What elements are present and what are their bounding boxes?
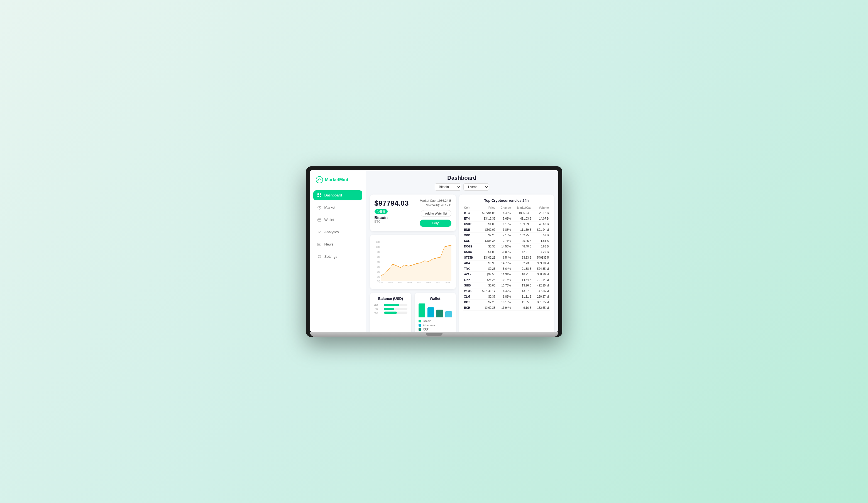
svg-text:70,000: 70,000 <box>377 261 380 263</box>
main-content: Dashboard Bitcoin Ethereum BNB XRP 1 wee… <box>366 170 558 332</box>
cell-mcap: 13.26 B <box>512 283 533 288</box>
table-row: BTC $97794.03 4.48% 1936.24 B 20.12 B <box>463 210 550 216</box>
svg-rect-1 <box>318 193 319 195</box>
cell-mcap: 90.25 B <box>512 238 533 243</box>
cell-vol: 20.12 B <box>533 210 550 216</box>
price-right: Market Cap: 1936.24 B Vol(24Hr): 20.12 B… <box>420 199 451 227</box>
cell-price: $23.26 <box>477 277 496 283</box>
cell-vol: 46.62 B <box>533 221 550 227</box>
legend-bitcoin: Bitcoin <box>418 320 452 323</box>
cell-change: -0.03% <box>497 249 512 255</box>
sidebar-item-market[interactable]: Market <box>313 203 362 213</box>
cell-vol: 969.70 M <box>533 260 550 266</box>
content-grid: $97794.03 4.48% Bitcoin BTC Market Cap: … <box>370 194 554 332</box>
svg-rect-7 <box>318 243 321 246</box>
svg-text:100,000: 100,000 <box>376 246 380 248</box>
cell-mcap: 9.16 B <box>512 305 533 310</box>
col-change: Change <box>497 205 512 210</box>
coin-name: Bitcoin <box>374 215 409 220</box>
cell-vol: 524.35 M <box>533 266 550 271</box>
svg-text:40,000: 40,000 <box>377 276 380 278</box>
sidebar-label-wallet: Wallet <box>324 218 334 222</box>
cell-change: 11.34% <box>497 271 512 277</box>
cell-price: $39.56 <box>477 271 496 277</box>
svg-rect-4 <box>320 195 321 197</box>
year-select[interactable]: 1 week 1 month 3 months 1 year All time <box>463 183 489 191</box>
sidebar-label-market: Market <box>324 205 335 210</box>
cell-change: 13.76% <box>497 283 512 288</box>
left-column: $97794.03 4.48% Bitcoin BTC Market Cap: … <box>370 194 456 332</box>
table-row: WBTC $97546.17 4.42% 13.07 B 47.86 M <box>463 288 550 294</box>
watchlist-button[interactable]: Add to Watchlist <box>421 210 451 217</box>
cell-change: 4.48% <box>497 210 512 216</box>
coin-select[interactable]: Bitcoin Ethereum BNB XRP <box>435 183 461 191</box>
main-header: Dashboard Bitcoin Ethereum BNB XRP 1 wee… <box>370 175 554 191</box>
sidebar-item-settings[interactable]: Settings <box>313 252 362 262</box>
table-row: DOT $7.26 13.15% 11.05 B 301.25 M <box>463 299 550 305</box>
analytics-icon <box>317 230 322 234</box>
price-row: $97794.03 4.48% Bitcoin BTC Market Cap: … <box>374 199 452 227</box>
table-row: BNB $669.02 3.88% 111.59 B $91.94 M <box>463 227 550 232</box>
cell-price: $1.00 <box>477 249 496 255</box>
cell-vol: $91.94 M <box>533 227 550 232</box>
svg-text:09/11/2024: 09/11/2024 <box>446 281 450 283</box>
cell-price: $97546.17 <box>477 288 496 294</box>
svg-rect-2 <box>320 193 321 195</box>
svg-text:110,000: 110,000 <box>376 241 380 243</box>
sidebar-label-news: News <box>324 242 334 247</box>
sidebar-item-analytics[interactable]: Analytics <box>313 227 362 237</box>
svg-text:09/08/2024: 09/08/2024 <box>426 281 431 283</box>
cell-price: $3402.21 <box>477 255 496 260</box>
buy-button[interactable]: Buy <box>420 220 451 227</box>
cell-change: 0.13% <box>497 221 512 227</box>
table-row: AVAX $39.56 11.34% 16.21 B 330.26 M <box>463 271 550 277</box>
table-row: USDT $1.00 0.13% 139.99 B 46.62 B <box>463 221 550 227</box>
col-vol: Volume <box>533 205 550 210</box>
svg-rect-3 <box>318 195 319 197</box>
logo-text: MarketMint <box>325 177 348 182</box>
cell-vol: 152.65 M <box>533 305 550 310</box>
cell-mcap: 139.99 B <box>512 221 533 227</box>
sidebar-item-news[interactable]: News <box>313 239 362 249</box>
cell-price: $0.00 <box>477 283 496 288</box>
cell-coin: BTC <box>463 210 477 216</box>
cell-vol: 47.86 M <box>533 288 550 294</box>
laptop-notch <box>426 333 443 336</box>
svg-text:09/05/2024: 09/05/2024 <box>407 281 412 283</box>
cell-mcap: 102.25 B <box>512 232 533 238</box>
cell-mcap: 11.05 B <box>512 299 533 305</box>
svg-text:60,000: 60,000 <box>377 266 380 268</box>
svg-text:23/12/2023: 23/12/2023 <box>379 281 383 283</box>
cell-vol: 422.15 M <box>533 283 550 288</box>
wallet-title: Wallet <box>418 296 452 301</box>
cell-coin: AVAX <box>463 271 477 277</box>
top-crypto-title: Top Cryptocurrencies 24h <box>463 199 550 203</box>
price-chart: 110,000 100,000 90,000 80,000 70,000 60,… <box>374 239 452 284</box>
cell-coin: ETH <box>463 216 477 221</box>
cell-change: 14.76% <box>497 260 512 266</box>
laptop-base <box>310 332 558 337</box>
cell-price: $669.02 <box>477 227 496 232</box>
price-card: $97794.03 4.48% Bitcoin BTC Market Cap: … <box>370 194 456 231</box>
balance-title: Balance (USD) <box>374 296 407 301</box>
cell-coin: USDC <box>463 249 477 255</box>
volume-24h: Vol(24Hr): 20.12 B <box>426 203 452 207</box>
cell-mcap: 21.38 B <box>512 266 533 271</box>
cell-change: 5.64% <box>497 266 512 271</box>
table-row: STETH $3402.21 6.54% 33.33 B 540132.5 <box>463 255 550 260</box>
cell-mcap: 16.21 B <box>512 271 533 277</box>
sidebar-item-dashboard[interactable]: Dashboard <box>313 190 362 200</box>
cell-coin: TRX <box>463 266 477 271</box>
table-row: DOGE $0.33 14.56% 48.40 B 3.63 B <box>463 243 550 249</box>
sidebar-item-wallet[interactable]: Wallet <box>313 215 362 225</box>
cell-coin: DOGE <box>463 243 477 249</box>
table-row: LINK $23.26 10.15% 14.84 B 701.44 M <box>463 277 550 283</box>
logo: MarketMint <box>313 176 362 188</box>
market-icon <box>317 205 322 210</box>
logo-icon <box>316 176 323 184</box>
cell-coin: BNB <box>463 227 477 232</box>
sidebar-label-dashboard: Dashboard <box>324 193 342 197</box>
cell-coin: STETH <box>463 255 477 260</box>
svg-text:24/03/2024: 24/03/2024 <box>397 281 402 283</box>
cell-change: 9.89% <box>497 294 512 299</box>
